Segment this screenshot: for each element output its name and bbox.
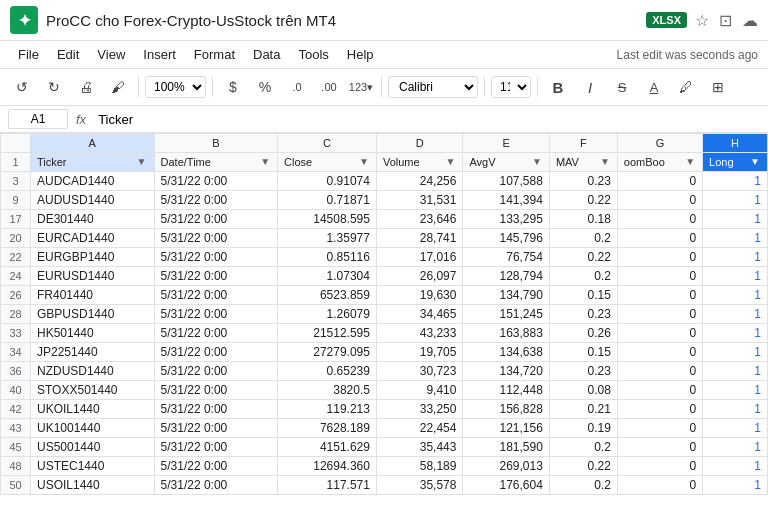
spreadsheet-container[interactable]: A B C D E F G H 1 Ticker ▼ — [0, 133, 768, 519]
table-row[interactable]: 28 GBPUSD1440 5/31/22 0:00 1.26079 34,46… — [1, 305, 768, 324]
avgv-cell[interactable]: 176,604 — [463, 476, 549, 495]
table-row[interactable]: 42 UKOIL1440 5/31/22 0:00 119.213 33,250… — [1, 400, 768, 419]
avgv-cell[interactable]: 121,156 — [463, 419, 549, 438]
cloud-icon[interactable]: ☁ — [742, 11, 758, 30]
datetime-cell[interactable]: 5/31/22 0:00 — [154, 324, 278, 343]
long-cell[interactable]: 1 — [703, 381, 768, 400]
mav-cell[interactable]: 0.23 — [549, 305, 617, 324]
save-icon[interactable]: ⊡ — [719, 11, 732, 30]
avgv-cell[interactable]: 107,588 — [463, 172, 549, 191]
avgv-cell[interactable]: 112,448 — [463, 381, 549, 400]
oomboo-cell[interactable]: 0 — [617, 248, 702, 267]
long-filter-icon[interactable]: ▼ — [749, 156, 761, 168]
table-row[interactable]: 50 USOIL1440 5/31/22 0:00 117.571 35,578… — [1, 476, 768, 495]
volume-cell[interactable]: 58,189 — [376, 457, 462, 476]
long-cell[interactable]: 1 — [703, 248, 768, 267]
col-header-F[interactable]: F — [549, 134, 617, 153]
col-mav-header[interactable]: MAV ▼ — [549, 153, 617, 172]
cell-reference-input[interactable] — [8, 109, 68, 129]
volume-cell[interactable]: 23,646 — [376, 210, 462, 229]
volume-filter-icon[interactable]: ▼ — [444, 156, 456, 168]
italic-button[interactable]: I — [576, 73, 604, 101]
datetime-cell[interactable]: 5/31/22 0:00 — [154, 438, 278, 457]
col-oomboo-header[interactable]: oomBoo ▼ — [617, 153, 702, 172]
long-cell[interactable]: 1 — [703, 172, 768, 191]
long-cell[interactable]: 1 — [703, 343, 768, 362]
ticker-cell[interactable]: EURCAD1440 — [31, 229, 155, 248]
datetime-cell[interactable]: 5/31/22 0:00 — [154, 400, 278, 419]
table-row[interactable]: 26 FR401440 5/31/22 0:00 6523.859 19,630… — [1, 286, 768, 305]
paint-format-button[interactable]: 🖌 — [104, 73, 132, 101]
bold-button[interactable]: B — [544, 73, 572, 101]
col-close-header[interactable]: Close ▼ — [278, 153, 377, 172]
volume-cell[interactable]: 35,443 — [376, 438, 462, 457]
menu-tools[interactable]: Tools — [290, 43, 336, 66]
close-cell[interactable]: 6523.859 — [278, 286, 377, 305]
avgv-cell[interactable]: 76,754 — [463, 248, 549, 267]
mav-cell[interactable]: 0.2 — [549, 438, 617, 457]
close-filter-icon[interactable]: ▼ — [358, 156, 370, 168]
close-cell[interactable]: 21512.595 — [278, 324, 377, 343]
volume-cell[interactable]: 26,097 — [376, 267, 462, 286]
menu-file[interactable]: File — [10, 43, 47, 66]
datetime-cell[interactable]: 5/31/22 0:00 — [154, 381, 278, 400]
avgv-cell[interactable]: 133,295 — [463, 210, 549, 229]
table-row[interactable]: 3 AUDCAD1440 5/31/22 0:00 0.91074 24,256… — [1, 172, 768, 191]
mav-cell[interactable]: 0.23 — [549, 172, 617, 191]
long-cell[interactable]: 1 — [703, 400, 768, 419]
mav-cell[interactable]: 0.15 — [549, 343, 617, 362]
datetime-cell[interactable]: 5/31/22 0:00 — [154, 343, 278, 362]
menu-data[interactable]: Data — [245, 43, 288, 66]
ticker-cell[interactable]: EURGBP1440 — [31, 248, 155, 267]
mav-cell[interactable]: 0.23 — [549, 362, 617, 381]
ticker-cell[interactable]: USOIL1440 — [31, 476, 155, 495]
col-header-G[interactable]: G — [617, 134, 702, 153]
close-cell[interactable]: 1.35977 — [278, 229, 377, 248]
zoom-select[interactable]: 100% — [145, 76, 206, 98]
long-cell[interactable]: 1 — [703, 286, 768, 305]
col-long-header[interactable]: Long ▼ — [703, 153, 768, 172]
ticker-cell[interactable]: HK501440 — [31, 324, 155, 343]
col-header-H[interactable]: H — [703, 134, 768, 153]
table-row[interactable]: 20 EURCAD1440 5/31/22 0:00 1.35977 28,74… — [1, 229, 768, 248]
table-row[interactable]: 17 DE301440 5/31/22 0:00 14508.595 23,64… — [1, 210, 768, 229]
avgv-cell[interactable]: 151,245 — [463, 305, 549, 324]
mav-cell[interactable]: 0.2 — [549, 476, 617, 495]
mav-cell[interactable]: 0.26 — [549, 324, 617, 343]
menu-help[interactable]: Help — [339, 43, 382, 66]
volume-cell[interactable]: 31,531 — [376, 191, 462, 210]
long-cell[interactable]: 1 — [703, 191, 768, 210]
datetime-cell[interactable]: 5/31/22 0:00 — [154, 229, 278, 248]
ticker-cell[interactable]: UK1001440 — [31, 419, 155, 438]
avgv-cell[interactable]: 145,796 — [463, 229, 549, 248]
format-number-button[interactable]: 123▾ — [347, 73, 375, 101]
volume-cell[interactable]: 33,250 — [376, 400, 462, 419]
ticker-cell[interactable]: GBPUSD1440 — [31, 305, 155, 324]
oomboo-cell[interactable]: 0 — [617, 229, 702, 248]
close-cell[interactable]: 117.571 — [278, 476, 377, 495]
volume-cell[interactable]: 9,410 — [376, 381, 462, 400]
avgv-cell[interactable]: 134,790 — [463, 286, 549, 305]
print-button[interactable]: 🖨 — [72, 73, 100, 101]
star-icon[interactable]: ☆ — [695, 11, 709, 30]
currency-button[interactable]: $ — [219, 73, 247, 101]
volume-cell[interactable]: 24,256 — [376, 172, 462, 191]
avgv-cell[interactable]: 141,394 — [463, 191, 549, 210]
datetime-cell[interactable]: 5/31/22 0:00 — [154, 305, 278, 324]
mav-cell[interactable]: 0.22 — [549, 248, 617, 267]
col-header-A[interactable]: A — [31, 134, 155, 153]
avgv-cell[interactable]: 181,590 — [463, 438, 549, 457]
datetime-cell[interactable]: 5/31/22 0:00 — [154, 248, 278, 267]
oomboo-cell[interactable]: 0 — [617, 286, 702, 305]
formula-input[interactable] — [94, 110, 760, 129]
oomboo-cell[interactable]: 0 — [617, 381, 702, 400]
oomboo-cell[interactable]: 0 — [617, 267, 702, 286]
volume-cell[interactable]: 17,016 — [376, 248, 462, 267]
datetime-cell[interactable]: 5/31/22 0:00 — [154, 457, 278, 476]
oomboo-cell[interactable]: 0 — [617, 362, 702, 381]
underline-button[interactable]: A — [640, 73, 668, 101]
close-cell[interactable]: 7628.189 — [278, 419, 377, 438]
ticker-cell[interactable]: FR401440 — [31, 286, 155, 305]
oomboo-cell[interactable]: 0 — [617, 438, 702, 457]
oomboo-cell[interactable]: 0 — [617, 191, 702, 210]
